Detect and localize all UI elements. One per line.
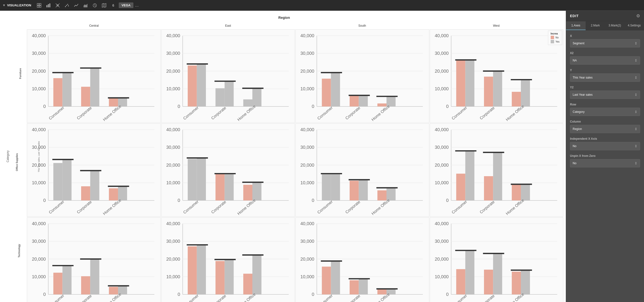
svg-rect-289 <box>493 253 502 294</box>
field-select-row[interactable]: Category ⇕ <box>570 108 640 116</box>
field-group-y2: Y2 Last Year sales ⇕ <box>570 86 640 99</box>
field-select-x-arrow: ⇕ <box>634 41 638 45</box>
vega-button[interactable]: VEGA <box>119 3 134 8</box>
tab-axes[interactable]: 1.Axes <box>566 21 586 30</box>
bar-chart-icon-btn[interactable] <box>44 2 52 9</box>
field-group-col: Column Region ⇕ <box>570 120 640 133</box>
svg-rect-5 <box>48 4 49 7</box>
svg-rect-82 <box>359 95 368 106</box>
triangle-icon: ▼ <box>2 4 6 7</box>
field-select-unpin-x[interactable]: No ⇕ <box>570 159 640 167</box>
map-icon-btn[interactable] <box>100 2 108 9</box>
svg-text:Corporate: Corporate <box>344 200 361 215</box>
svg-rect-1 <box>39 4 41 5</box>
field-label-row: Row <box>570 103 640 106</box>
svg-rect-130 <box>109 189 118 201</box>
table-icon-btn[interactable] <box>35 2 43 9</box>
main-layout: Region Central East South West Furniture… <box>0 11 644 302</box>
panel-tabs: 1.Axes 2.Mark 3.Mark(2) 4.Settings <box>566 21 644 30</box>
svg-rect-62 <box>252 88 261 106</box>
toolbar: ▼ VISUALIZATION 6 VEGA ... <box>0 0 644 11</box>
svg-text:10,000: 10,000 <box>300 86 314 91</box>
svg-text:40,000: 40,000 <box>300 127 314 132</box>
number-icon-btn[interactable]: 6 <box>110 2 117 9</box>
line-icon-btn[interactable] <box>72 2 80 9</box>
legend-label-yes: Yes <box>556 40 560 43</box>
col-header-central: Central <box>27 22 161 29</box>
svg-text:20,000: 20,000 <box>32 69 46 74</box>
chart-svg-office-central: 0 10,000 20,000 30,000 40,000 <box>28 124 160 216</box>
legend-item-no: No <box>551 36 560 39</box>
field-select-x2-value: NA <box>573 59 577 62</box>
legend-item-yes: Yes <box>551 40 560 43</box>
field-select-indep-x[interactable]: No ⇕ <box>570 142 640 150</box>
svg-rect-288 <box>484 270 493 294</box>
toolbar-title-text: VISUALIZATION <box>7 4 31 7</box>
area-icon-btn[interactable] <box>82 2 90 9</box>
svg-rect-291 <box>512 272 520 294</box>
svg-text:Consumer: Consumer <box>316 199 334 215</box>
field-select-y2-value: Last Year sales <box>573 93 592 96</box>
tab-mark2[interactable]: 3.Mark(2) <box>605 21 625 30</box>
clock-icon-btn[interactable] <box>91 2 99 9</box>
svg-rect-265 <box>350 280 359 294</box>
svg-rect-55 <box>188 66 197 106</box>
field-select-y-value: This Year sales <box>573 76 592 79</box>
svg-rect-61 <box>243 99 252 106</box>
field-label-unpin-x: Unpin X from Zero <box>570 154 640 158</box>
svg-rect-3 <box>39 6 41 7</box>
field-select-unpin-x-arrow: ⇕ <box>634 161 638 165</box>
svg-text:30,000: 30,000 <box>435 239 448 244</box>
svg-rect-171 <box>331 174 340 201</box>
tab-mark[interactable]: 2.Mark <box>586 21 605 30</box>
field-select-y[interactable]: This Year sales ⇕ <box>570 73 640 82</box>
svg-text:10,000: 10,000 <box>435 180 448 185</box>
category-axis-label: Category <box>6 150 10 163</box>
scatter-icon-btn[interactable] <box>63 2 71 9</box>
col-header-row: Central East South West <box>27 22 564 29</box>
facet-tech-west: 0 10,000 20,000 30,000 40,000 <box>430 217 564 302</box>
svg-rect-38 <box>109 98 118 106</box>
svg-text:0: 0 <box>178 198 180 203</box>
field-select-y2[interactable]: Last Year sales ⇕ <box>570 91 640 99</box>
svg-text:30,000: 30,000 <box>300 51 314 56</box>
svg-rect-101 <box>456 60 465 106</box>
panel-header: EDIT ⚙ <box>566 11 644 21</box>
svg-text:20,000: 20,000 <box>166 256 180 262</box>
chart-svg-tech-south: 0 10,000 20,000 30,000 40,000 <box>296 219 428 302</box>
svg-text:Consumer: Consumer <box>451 199 468 215</box>
tab-settings[interactable]: 4.Settings <box>624 21 644 30</box>
col-header-south: South <box>295 22 429 29</box>
legend-label-no: No <box>556 36 559 39</box>
svg-text:20,000: 20,000 <box>32 256 46 262</box>
svg-text:Corporate: Corporate <box>76 293 92 302</box>
field-select-col[interactable]: Region ⇕ <box>570 125 640 133</box>
legend-title: Increa <box>551 32 560 35</box>
svg-text:Corporate: Corporate <box>76 200 92 215</box>
field-label-y: Y <box>570 69 640 72</box>
gear-icon[interactable]: ⚙ <box>636 13 640 19</box>
field-select-x2[interactable]: NA ⇕ <box>570 56 640 65</box>
chart-svg-tech-west: 0 10,000 20,000 30,000 40,000 <box>431 219 562 302</box>
svg-text:40,000: 40,000 <box>32 127 46 132</box>
svg-rect-125 <box>62 160 72 200</box>
pivot-icon-btn[interactable] <box>54 2 62 9</box>
svg-rect-219 <box>81 276 90 294</box>
svg-text:Corporate: Corporate <box>478 293 495 302</box>
more-options-button[interactable]: ... <box>135 3 138 8</box>
svg-rect-79 <box>331 73 340 107</box>
field-group-x: X Segment ⇕ <box>570 34 640 48</box>
svg-text:10,000: 10,000 <box>32 274 46 279</box>
svg-text:10,000: 10,000 <box>300 180 314 185</box>
svg-rect-108 <box>520 80 530 107</box>
svg-rect-58 <box>216 88 224 106</box>
field-group-x2: X2 NA ⇕ <box>570 51 640 65</box>
svg-text:20,000: 20,000 <box>435 69 448 74</box>
svg-rect-292 <box>520 270 530 294</box>
svg-text:Corporate: Corporate <box>210 293 227 302</box>
panel-content: X Segment ⇕ X2 NA ⇕ Y This Year sales <box>566 30 644 302</box>
svg-text:Corporate: Corporate <box>478 200 495 215</box>
field-select-x[interactable]: Segment ⇕ <box>570 39 640 48</box>
svg-text:0: 0 <box>312 292 314 297</box>
svg-rect-33 <box>62 73 72 107</box>
